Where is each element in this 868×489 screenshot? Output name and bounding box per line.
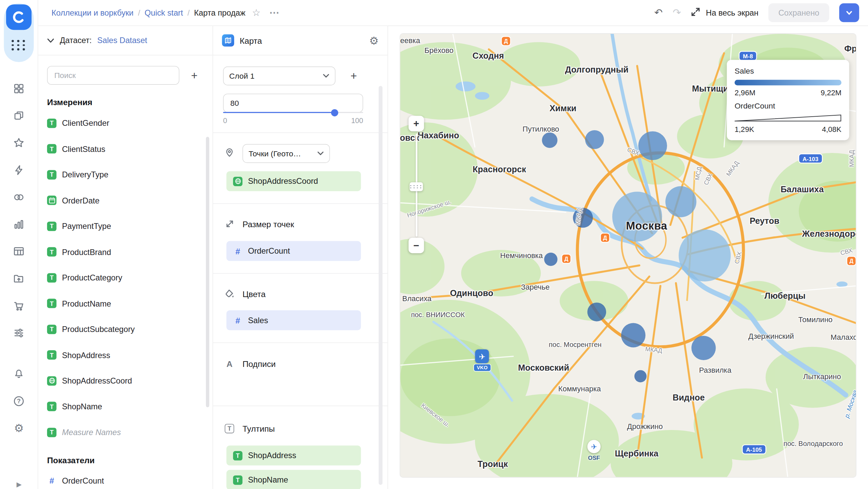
legend-sales-title: Sales (735, 66, 841, 75)
opacity-value: 80 (230, 99, 239, 107)
saved-button[interactable]: Сохранено (768, 3, 829, 22)
field-item[interactable]: TProductName (38, 291, 213, 316)
map-bubble[interactable] (691, 336, 716, 360)
brand-blob (4, 3, 34, 62)
collections-icon[interactable] (11, 271, 27, 287)
text-type-icon: T (47, 273, 57, 282)
field-item[interactable]: TClientStatus (38, 136, 213, 162)
more-actions-icon[interactable]: ⋯ (269, 7, 281, 19)
colors-field-chip[interactable]: # Sales (226, 310, 361, 330)
map-bubble[interactable] (587, 302, 606, 321)
fullscreen-icon[interactable] (691, 7, 700, 18)
dashboards-icon[interactable] (11, 81, 27, 97)
field-item[interactable]: TPaymentType (38, 213, 213, 239)
zoom-slider-handle[interactable] (410, 182, 423, 191)
favorites-icon[interactable] (11, 135, 27, 151)
field-item[interactable]: OrderDate (38, 188, 213, 213)
tooltip-field-chip[interactable]: TShopAddress (226, 446, 361, 466)
field-item[interactable]: TProductBrand (38, 239, 213, 265)
favorite-star-icon[interactable]: ☆ (252, 7, 261, 18)
field-name: OrderDate (62, 196, 100, 205)
text-type-icon: T (47, 428, 57, 437)
map-bubble[interactable] (542, 133, 558, 148)
map-bubble[interactable] (621, 323, 645, 348)
text-type-icon: T (47, 299, 57, 308)
zoom-in-button[interactable]: + (409, 116, 424, 131)
map-bubble[interactable] (573, 208, 593, 228)
field-name: ProductName (62, 299, 111, 308)
geopoints-field-chip[interactable]: ShopAddressCoord (226, 171, 361, 191)
undo-icon[interactable]: ↶ (654, 7, 663, 19)
map-bubble[interactable] (665, 186, 697, 217)
chevron-down-icon[interactable] (47, 36, 54, 45)
fullscreen-label[interactable]: На весь экран (706, 8, 759, 17)
opacity-control[interactable]: 80 0 100 (223, 94, 363, 125)
legend-oc-min: 1,29K (735, 125, 754, 134)
field-name: ShopAddressCoord (62, 376, 132, 385)
point-size-icon (224, 219, 235, 229)
measures-list: #OrderCount (38, 468, 213, 489)
chart-panel-scrollbar[interactable] (379, 86, 383, 485)
calendar-icon (47, 196, 57, 205)
workbooks-icon[interactable] (11, 108, 27, 124)
legend-sales-max: 9,22M (821, 89, 841, 97)
zoom-out-button[interactable]: − (409, 238, 424, 253)
charts-icon[interactable] (11, 217, 27, 232)
labels-a-icon: A (224, 359, 235, 368)
services-grid-icon[interactable] (12, 40, 26, 50)
field-item[interactable]: TDeliveryType (38, 162, 213, 188)
chart-type-title[interactable]: Карта (240, 36, 262, 45)
field-item[interactable]: TShopName (38, 394, 213, 419)
breadcrumb-quickstart[interactable]: Quick start (145, 8, 183, 17)
field-item[interactable]: TMeasure Names (38, 419, 213, 445)
help-icon[interactable]: ? (11, 393, 27, 409)
text-type-icon: T (47, 350, 57, 360)
breadcrumb-collections[interactable]: Коллекции и воркбуки (51, 8, 133, 17)
map-bubble[interactable] (612, 192, 662, 241)
field-item[interactable]: #OrderCount (38, 468, 213, 489)
field-item[interactable]: TProductCategory (38, 265, 213, 291)
tooltip-field-chip[interactable]: TShopName (226, 470, 361, 489)
map-bubble[interactable] (638, 131, 667, 160)
save-dropdown-button[interactable] (839, 3, 859, 22)
field-item[interactable]: TProductSubcategory (38, 316, 213, 342)
text-type-icon: T (47, 325, 57, 334)
legend-ordercount-title: OrderCount (735, 101, 841, 110)
map-bubble[interactable] (585, 130, 604, 149)
text-type-icon: T (47, 221, 57, 231)
field-item[interactable]: TClientGender (38, 110, 213, 136)
add-field-button[interactable]: + (185, 66, 204, 85)
point-size-label: Размер точек (243, 219, 294, 229)
tables-icon[interactable] (11, 244, 27, 259)
settings-sliders-icon[interactable] (11, 325, 27, 341)
gear-icon[interactable]: ⚙ (11, 420, 27, 436)
field-item[interactable]: ShopAddressCoord (38, 368, 213, 394)
connections-icon[interactable] (11, 162, 27, 178)
add-layer-button[interactable]: + (344, 66, 363, 85)
dataset-scrollbar[interactable] (206, 137, 209, 407)
map-bubble[interactable] (679, 229, 731, 281)
opacity-slider-fill (223, 112, 335, 113)
number-icon: # (233, 246, 243, 256)
opacity-max: 100 (351, 116, 363, 125)
map-canvas[interactable]: М-8А-103А-105ДДДД СходняДолгопрудныйМыти… (400, 33, 856, 477)
marketplace-icon[interactable] (11, 298, 27, 314)
chart-settings-panel: Карта ⚙ Слой 1 + 80 0 100 То (213, 26, 388, 489)
geotype-select[interactable]: Точки (Геото… (243, 144, 330, 163)
collapse-rail-icon[interactable]: ▶ (0, 481, 38, 488)
point-size-field-chip[interactable]: # OrderCount (226, 241, 361, 261)
text-type-icon: T (233, 475, 243, 485)
field-item[interactable]: TShopAddress (38, 342, 213, 368)
datasets-icon[interactable] (11, 190, 27, 205)
redo-icon[interactable]: ↷ (673, 7, 681, 19)
search-input[interactable] (47, 66, 180, 85)
layer-select[interactable]: Слой 1 (223, 66, 335, 85)
dataset-name-link[interactable]: Sales Dataset (97, 36, 147, 45)
map-bubble[interactable] (544, 253, 557, 266)
text-type-icon: T (47, 170, 57, 179)
notifications-bell-icon[interactable] (11, 366, 27, 382)
datalens-logo[interactable] (6, 4, 32, 30)
field-name: ProductSubcategory (62, 325, 135, 334)
chart-settings-gear-icon[interactable]: ⚙ (369, 34, 379, 47)
map-bubble[interactable] (634, 370, 646, 382)
